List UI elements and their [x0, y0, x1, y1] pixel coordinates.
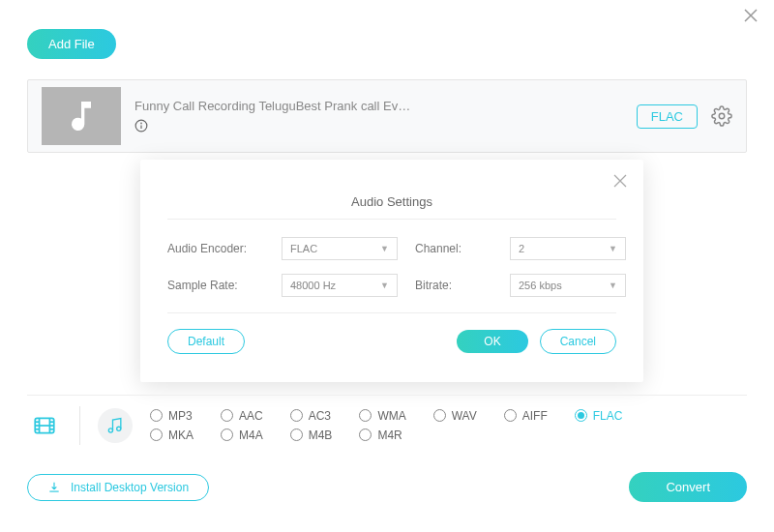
channel-value: 2 — [519, 243, 524, 254]
bitrate-label: Bitrate: — [415, 279, 492, 292]
chevron-down-icon: ▼ — [609, 281, 617, 290]
svg-point-12 — [108, 428, 112, 431]
radio-circle-icon — [290, 409, 303, 422]
format-radio-mka[interactable]: MKA — [150, 429, 194, 442]
format-radio-wma[interactable]: WMA — [359, 409, 405, 423]
add-file-button[interactable]: Add File — [27, 29, 116, 59]
download-icon — [47, 481, 61, 494]
format-label: M4A — [239, 429, 263, 442]
format-radio-aac[interactable]: AAC — [221, 409, 263, 423]
format-badge[interactable]: FLAC — [637, 104, 698, 129]
modal-title: Audio Settings — [167, 183, 616, 220]
install-desktop-label: Install Desktop Version — [71, 481, 189, 494]
format-label: MP3 — [168, 409, 193, 423]
divider — [79, 406, 80, 445]
radio-circle-icon — [359, 429, 372, 441]
svg-point-3 — [719, 113, 725, 119]
default-button[interactable]: Default — [167, 329, 245, 354]
file-title: Funny Call Recording TeluguBest Prank ca… — [134, 99, 623, 113]
format-label: WAV — [452, 409, 477, 423]
format-radio-aiff[interactable]: AIFF — [504, 409, 548, 423]
format-label: AAC — [239, 409, 263, 423]
format-radio-ac3[interactable]: AC3 — [290, 409, 333, 423]
format-radio-m4b[interactable]: M4B — [290, 429, 333, 442]
format-label: M4B — [309, 429, 333, 442]
convert-button[interactable]: Convert — [629, 472, 747, 502]
channel-select[interactable]: 2▼ — [510, 237, 626, 260]
video-tab-icon[interactable] — [27, 408, 62, 443]
format-label: WMA — [377, 409, 405, 423]
info-icon[interactable] — [134, 119, 150, 134]
channel-label: Channel: — [415, 242, 492, 255]
audio-settings-modal: Audio Settings Audio Encoder: FLAC▼ Chan… — [140, 160, 643, 382]
format-radio-m4a[interactable]: M4A — [221, 429, 263, 442]
format-label: M4R — [377, 429, 402, 442]
bitrate-select[interactable]: 256 kbps▼ — [510, 274, 626, 297]
svg-point-2 — [141, 123, 142, 124]
app-close-icon[interactable] — [743, 8, 759, 28]
radio-circle-icon — [150, 429, 163, 441]
cancel-button[interactable]: Cancel — [540, 329, 616, 354]
encoder-label: Audio Encoder: — [167, 242, 264, 255]
chevron-down-icon: ▼ — [609, 244, 617, 253]
radio-circle-icon — [150, 409, 163, 422]
radio-circle-icon — [221, 409, 233, 422]
format-radio-mp3[interactable]: MP3 — [150, 409, 194, 423]
radio-circle-icon — [359, 409, 372, 422]
format-label: FLAC — [593, 409, 623, 423]
close-icon[interactable] — [612, 171, 628, 193]
file-thumbnail — [42, 87, 121, 145]
radio-circle-icon — [433, 409, 446, 422]
svg-point-13 — [117, 427, 121, 430]
format-label: AC3 — [309, 409, 331, 423]
encoder-value: FLAC — [290, 243, 317, 254]
sample-rate-select[interactable]: 48000 Hz▼ — [282, 274, 398, 297]
format-label: AIFF — [522, 409, 548, 423]
install-desktop-button[interactable]: Install Desktop Version — [27, 474, 209, 501]
chevron-down-icon: ▼ — [380, 244, 389, 253]
format-label: MKA — [168, 429, 194, 442]
file-card: Funny Call Recording TeluguBest Prank ca… — [27, 79, 747, 153]
format-bar: MP3AACAC3WMAWAVAIFFFLACMKAM4AM4BM4R — [27, 395, 747, 455]
encoder-select[interactable]: FLAC▼ — [282, 237, 398, 260]
chevron-down-icon: ▼ — [380, 281, 389, 290]
radio-circle-icon — [504, 409, 517, 422]
radio-circle-icon — [290, 429, 303, 441]
ok-button[interactable]: OK — [457, 330, 527, 353]
format-radio-wav[interactable]: WAV — [433, 409, 477, 423]
sample-rate-value: 48000 Hz — [290, 280, 336, 291]
music-note-icon — [62, 97, 101, 135]
audio-tab-icon[interactable] — [98, 408, 133, 443]
bottom-bar: Install Desktop Version Convert — [27, 472, 747, 502]
sample-rate-label: Sample Rate: — [167, 279, 264, 292]
radio-circle-icon — [575, 409, 587, 422]
bitrate-value: 256 kbps — [519, 280, 562, 291]
format-radio-m4r[interactable]: M4R — [359, 429, 405, 442]
gear-icon[interactable] — [711, 105, 732, 127]
radio-circle-icon — [221, 429, 233, 441]
format-radio-flac[interactable]: FLAC — [575, 409, 623, 423]
